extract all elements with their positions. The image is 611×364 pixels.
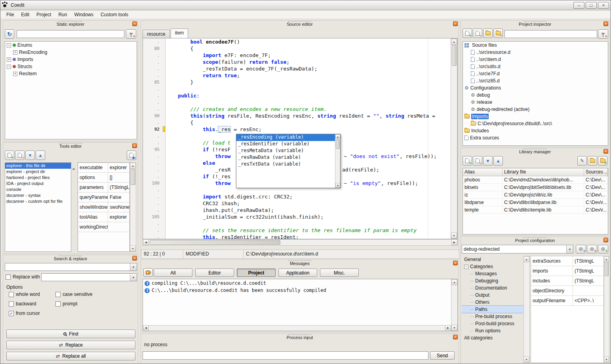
- drag-grip[interactable]: [59, 143, 82, 144]
- property-row[interactable]: executableexplorer: [78, 163, 129, 173]
- code-line[interactable]: this._res = resEnc;: [166, 126, 451, 133]
- remove-library-button[interactable]: −: [473, 156, 482, 166]
- tree-item[interactable]: +ResEncoding: [5, 49, 137, 56]
- column-sources[interactable]: Sources ...: [584, 168, 608, 176]
- close-panel-button[interactable]: ×: [603, 149, 608, 154]
- drag-grip[interactable]: [523, 237, 546, 238]
- property-row[interactable]: parameters(TStringL: [78, 183, 129, 192]
- symbol-tree[interactable]: −Enums+ResEncoding+Imports−Structs+ResIt…: [5, 41, 137, 139]
- move-tool-up-button[interactable]: ▲: [36, 151, 45, 160]
- category-item[interactable]: All categories: [462, 334, 523, 341]
- dropdown-arrow-icon[interactable]: ▼: [130, 274, 137, 281]
- replace-button[interactable]: ⇄ Replace: [6, 341, 135, 349]
- maximize-button[interactable]: □: [586, 2, 597, 9]
- replace-term-combo[interactable]: ▼: [41, 273, 137, 281]
- code-line[interactable]: CRC32 ihash;: [166, 200, 451, 207]
- library-table[interactable]: Alias Library file Sources ... phobosC:\…: [463, 168, 608, 234]
- column-alias[interactable]: Alias: [463, 168, 503, 176]
- clear-filter-button[interactable]: ×: [598, 29, 608, 39]
- code-line[interactable]: bool encodee7F(): [166, 38, 451, 45]
- config-tool-button-2[interactable]: ⚙+: [587, 245, 597, 253]
- drag-grip[interactable]: [288, 21, 311, 22]
- tree-item[interactable]: ⚙release: [463, 99, 608, 106]
- project-tree[interactable]: Source files..\src\resource.d..\src\item…: [463, 41, 608, 146]
- code-line[interactable]: {: [166, 45, 451, 52]
- code-line[interactable]: }: [166, 79, 451, 86]
- tree-item[interactable]: ..\src\e7F.d: [463, 70, 608, 77]
- close-button[interactable]: ×: [598, 2, 609, 9]
- checkbox-from-cursor[interactable]: ✓from cursor: [9, 311, 55, 316]
- tools-list-item[interactable]: harbored - project files: [5, 175, 71, 181]
- tree-item[interactable]: Source files: [463, 42, 608, 49]
- clear-filter-button[interactable]: ×: [126, 29, 136, 39]
- checkbox-case-sensitive[interactable]: case sensitive: [55, 292, 128, 297]
- code-line[interactable]: import std.digest.crc: CRC32;: [166, 193, 451, 200]
- code-line[interactable]: // sets the resource identifier to the r…: [166, 227, 451, 234]
- completion-item[interactable]: _resTxtData (variable): [236, 161, 335, 168]
- tools-list-item[interactable]: explorer - project dir: [5, 169, 71, 175]
- tab-item[interactable]: item: [171, 29, 188, 38]
- tree-item[interactable]: −Structs: [5, 63, 137, 70]
- code-line[interactable]: [166, 86, 451, 92]
- tools-editor-header[interactable]: Tools editor ×: [3, 143, 138, 149]
- code-line[interactable]: _initialSum = crc322uint(ihash.finish);: [166, 213, 451, 220]
- drag-grip[interactable]: [523, 21, 546, 22]
- dropdown-arrow-icon[interactable]: ▼: [566, 245, 573, 253]
- code-line[interactable]: ihash.put(_resRawData);: [166, 207, 451, 213]
- replace-all-button[interactable]: ⇄ Replace all: [6, 352, 135, 360]
- tree-item[interactable]: ⚙Configurations: [463, 84, 608, 91]
- code-line[interactable]: import e7F: encode_7F;: [166, 52, 451, 59]
- process-input-header[interactable]: Process input ×: [141, 334, 459, 340]
- messages-horizontal-scrollbar[interactable]: ◀ ▶: [143, 325, 451, 331]
- search-replace-header[interactable]: Search & replace ×: [3, 255, 138, 261]
- category-item[interactable]: Output: [462, 292, 523, 299]
- tree-item[interactable]: Imports: [463, 113, 608, 120]
- close-panel-button[interactable]: ×: [603, 238, 608, 242]
- filter-misc-button[interactable]: Misc.: [320, 269, 359, 277]
- close-panel-button[interactable]: ×: [453, 21, 458, 26]
- library-manager-header[interactable]: Library manager ×: [461, 148, 609, 154]
- code-line[interactable]: [166, 220, 451, 227]
- search-term-combo[interactable]: ▼: [5, 263, 137, 271]
- tree-item[interactable]: Extra sources: [463, 134, 608, 141]
- library-row[interactable]: izC:\Dev\dproj\iz\lib\iz.libC:\Dev\...: [463, 191, 608, 199]
- tree-item[interactable]: Includes: [463, 127, 608, 134]
- expand-icon[interactable]: +: [13, 50, 17, 55]
- expand-icon[interactable]: +: [13, 72, 17, 76]
- property-row[interactable]: queryParametFalse: [78, 192, 129, 202]
- code-line[interactable]: {: [166, 119, 451, 126]
- remove-source-button[interactable]: −: [473, 29, 482, 38]
- completion-item[interactable]: _resEncoding (variable): [236, 134, 335, 141]
- add-folder-button[interactable]: +: [493, 29, 503, 38]
- completion-scrollbar[interactable]: ▲ ▼: [335, 134, 340, 188]
- tree-item[interactable]: ..\src\item.d: [463, 56, 608, 63]
- menu-run[interactable]: Run: [55, 10, 70, 19]
- messages-vertical-scrollbar[interactable]: ▲ ▼: [451, 279, 457, 331]
- menu-project[interactable]: Project: [33, 10, 55, 19]
- project-inspector-header[interactable]: Project inspector ×: [461, 21, 609, 27]
- config-categories[interactable]: General−CategoriesMessagesDebuggingDocum…: [462, 256, 523, 363]
- message-category-button[interactable]: [143, 268, 153, 277]
- category-item[interactable]: Run options: [462, 327, 523, 334]
- close-panel-button[interactable]: ×: [453, 261, 458, 265]
- completion-item[interactable]: _resRawData (variable): [236, 154, 335, 161]
- close-panel-button[interactable]: ×: [453, 335, 458, 339]
- refresh-symbols-button[interactable]: ↻: [5, 29, 14, 39]
- remove-tool-button[interactable]: −: [15, 151, 25, 160]
- code-line[interactable]: _resTxtData = encode_7F(_resRawData);: [166, 65, 451, 72]
- category-item[interactable]: −Categories: [462, 263, 523, 270]
- message-item[interactable]: iC:\...\build\resource.d.coedit has been…: [143, 286, 457, 293]
- add-library-button[interactable]: +: [463, 156, 472, 166]
- find-button[interactable]: Find: [6, 330, 135, 338]
- tree-item[interactable]: +Imports: [5, 56, 137, 63]
- move-library-down-button[interactable]: ▼: [483, 156, 493, 166]
- close-panel-button[interactable]: ×: [603, 21, 608, 26]
- property-row[interactable]: extraSources(TStringL: [531, 256, 603, 266]
- tree-item[interactable]: ⚙debug-redirected (active): [463, 106, 608, 113]
- menu-custom-tools[interactable]: Custom tools: [97, 10, 132, 19]
- tree-item[interactable]: ..\src\utils.d: [463, 63, 608, 70]
- tools-list-item[interactable]: IDA - project output: [5, 181, 71, 187]
- open-library-file-button[interactable]: [588, 156, 597, 166]
- tools-list-item[interactable]: explorer - this file dir: [5, 163, 71, 169]
- tree-item[interactable]: ..\src\resource.d: [463, 49, 608, 56]
